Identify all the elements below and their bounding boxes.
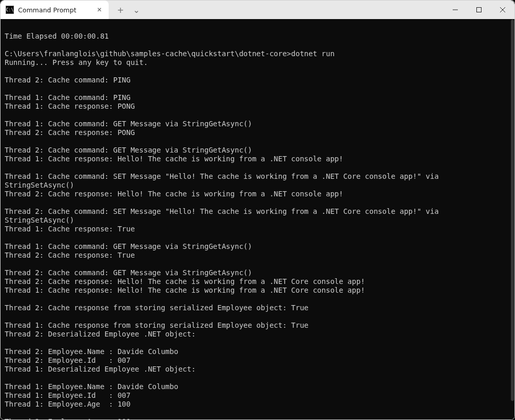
terminal-line [5,374,510,382]
terminal-line: Thread 1: Employee.Age : 100 [5,400,510,409]
title-bar-drag-region[interactable] [144,1,443,19]
terminal-line: Thread 2: Cache response from storing se… [5,304,510,312]
terminal-line [5,111,510,120]
terminal-line: Thread 2: Cache response: Hello! The cac… [5,190,510,198]
tab-command-prompt[interactable]: C:\ Command Prompt ✕ [1,1,109,19]
terminal-line: Thread 1: Cache command: GET Message via… [5,120,510,128]
close-button[interactable] [491,1,514,19]
tab-close-button[interactable]: ✕ [95,6,104,14]
terminal-line [5,312,510,321]
terminal-line [5,85,510,93]
terminal-line: Thread 1: Cache response: Hello! The cac… [5,286,510,295]
terminal-line [5,23,510,32]
terminal-line: Thread 2: Cache command: PING [5,76,510,85]
terminal-line [5,409,510,417]
terminal-line: Thread 1: Cache response from storing se… [5,321,510,330]
terminal-line: Running... Press any key to quit. [5,58,510,67]
terminal-line [5,339,510,347]
tab-dropdown-button[interactable]: ⌄ [129,1,144,19]
title-bar: C:\ Command Prompt ✕ + ⌄ [1,1,514,19]
tab-actions: + ⌄ [109,1,144,19]
cmd-icon: C:\ [6,6,14,14]
terminal-line: Thread 1: Cache command: PING [5,93,510,102]
terminal-line: Thread 1: Cache response: True [5,225,510,233]
chevron-down-icon: ⌄ [133,5,140,15]
plus-icon: + [117,5,124,15]
terminal-line: Thread 2: Employee.Age : 100 [5,417,510,420]
terminal-line: Thread 1: Deserialized Employee .NET obj… [5,365,510,374]
terminal-line: Thread 2: Cache response: True [5,251,510,260]
terminal-line [5,163,510,172]
terminal-line [5,41,510,49]
window-controls [443,1,514,19]
terminal-line [5,233,510,242]
terminal-line: Thread 1: Cache command: SET Message "He… [5,172,510,190]
close-icon [500,7,505,12]
tab-title: Command Prompt [18,6,91,14]
terminal-line: C:\Users\franlanglois\github\samples-cac… [5,49,510,58]
terminal-line [5,295,510,304]
terminal-output[interactable]: Time Elapsed 00:00:00.81 C:\Users\franla… [1,19,514,420]
terminal-line: Thread 1: Cache response: PONG [5,102,510,111]
terminal-line: Thread 2: Cache command: SET Message "He… [5,207,510,225]
terminal-line: Thread 2: Cache command: GET Message via… [5,268,510,277]
terminal-line: Thread 2: Employee.Id : 007 [5,356,510,365]
minimize-icon [453,7,458,12]
terminal-line: Thread 1: Cache command: GET Message via… [5,242,510,251]
terminal-line: Thread 2: Employee.Name : Davide Columbo [5,347,510,356]
terminal-line: Thread 1: Employee.Id : 007 [5,391,510,400]
minimize-button[interactable] [443,1,467,19]
terminal-line: Thread 2: Deserialized Employee .NET obj… [5,330,510,339]
terminal-line [5,260,510,268]
terminal-line: Thread 1: Cache response: Hello! The cac… [5,155,510,163]
new-tab-button[interactable]: + [112,1,129,19]
maximize-icon [476,7,482,12]
maximize-button[interactable] [467,1,491,19]
terminal-line [5,137,510,146]
terminal-line: Time Elapsed 00:00:00.81 [5,32,510,41]
terminal-line: Thread 2: Cache response: Hello! The cac… [5,277,510,286]
terminal-line: Thread 2: Cache response: PONG [5,128,510,137]
svg-rect-1 [477,8,482,12]
terminal-line: Thread 1: Employee.Name : Davide Columbo [5,382,510,391]
scrollbar-thumb[interactable] [511,20,514,401]
terminal-line: Thread 2: Cache command: GET Message via… [5,146,510,155]
terminal-line [5,67,510,76]
terminal-line [5,198,510,207]
